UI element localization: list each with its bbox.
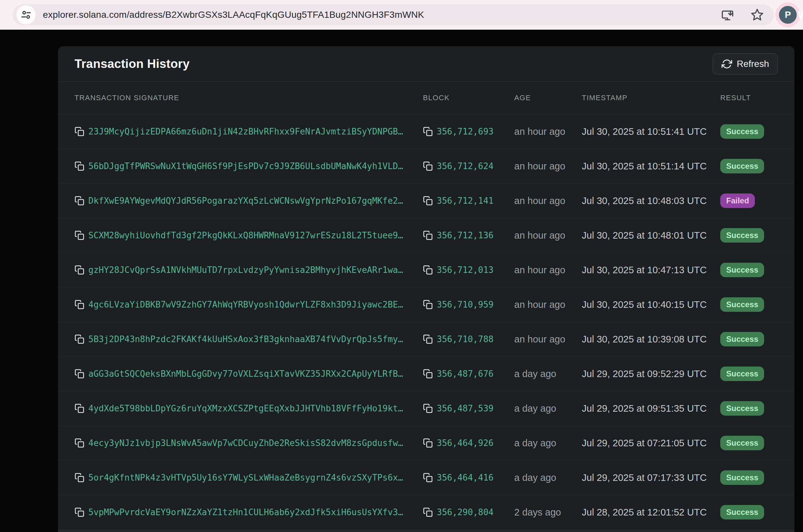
timestamp-text: Jul 30, 2025 at 10:51:14 UTC bbox=[582, 161, 720, 172]
copy-icon bbox=[75, 507, 84, 517]
timestamp-text: Jul 30, 2025 at 10:48:01 UTC bbox=[582, 230, 720, 241]
transaction-signature-link[interactable]: gzHY28JCvQprSsA1NVkhMUuTD7rpxLvdzyPyYwni… bbox=[88, 265, 403, 275]
copy-signature-button[interactable] bbox=[75, 230, 84, 240]
transaction-table-body: 23J9McyQijizEDPA66mz6uDn1jiN42zBHvRFhxx9… bbox=[58, 114, 795, 530]
copy-icon bbox=[75, 161, 84, 171]
copy-icon bbox=[75, 127, 84, 136]
copy-block-button[interactable] bbox=[423, 438, 433, 448]
table-row: 4ecy3yNJz1vbjp3LNsWvA5awVp7wCDCuyZhDe2Re… bbox=[58, 426, 795, 460]
timestamp-text: Jul 29, 2025 at 09:52:29 UTC bbox=[582, 368, 720, 379]
transaction-signature-link[interactable]: 23J9McyQijizEDPA66mz6uDn1jiN42zBHvRFhxx9… bbox=[88, 127, 403, 136]
column-header-age: AGE bbox=[514, 94, 582, 102]
copy-block-button[interactable] bbox=[423, 334, 433, 344]
block-link[interactable]: 356,464,416 bbox=[437, 473, 494, 482]
copy-block-button[interactable] bbox=[423, 265, 433, 275]
copy-signature-button[interactable] bbox=[75, 334, 84, 344]
column-header-signature: TRANSACTION SIGNATURE bbox=[75, 94, 423, 102]
block-link[interactable]: 356,712,693 bbox=[437, 127, 494, 136]
block-link[interactable]: 356,712,013 bbox=[437, 265, 494, 275]
copy-icon bbox=[423, 161, 433, 171]
copy-signature-button[interactable] bbox=[75, 438, 84, 448]
table-row: aGG3aGtSQCQeksBXnMbLGgGDvy77oVXLZsqiXTav… bbox=[58, 357, 795, 391]
age-text: an hour ago bbox=[514, 161, 582, 172]
transaction-signature-link[interactable]: SCXM28wyhiUovhdfTd3gf2PkgQkKLxQ8HWRMnaV9… bbox=[88, 230, 403, 240]
star-icon[interactable] bbox=[750, 8, 764, 22]
status-badge: Success bbox=[720, 436, 764, 451]
copy-block-button[interactable] bbox=[423, 473, 433, 482]
copy-block-button[interactable] bbox=[423, 403, 433, 413]
copy-icon bbox=[75, 403, 84, 413]
copy-icon bbox=[423, 507, 433, 517]
page-title: Transaction History bbox=[75, 57, 190, 71]
copy-block-button[interactable] bbox=[423, 369, 433, 379]
age-text: a day ago bbox=[514, 472, 582, 483]
site-settings-button[interactable] bbox=[17, 5, 36, 24]
status-badge: Success bbox=[720, 470, 764, 485]
table-row: 5or4gKfntNPk4z3vHTVp5Uy16sY7WLySLxWHaaZe… bbox=[58, 460, 795, 495]
transaction-signature-link[interactable]: 4gc6LVzaYiDBKB7wV9ZzhGY7AhWqYRBVyosh1Qdw… bbox=[88, 300, 403, 309]
column-header-result: RESULT bbox=[720, 94, 778, 102]
status-badge: Success bbox=[720, 297, 764, 312]
copy-icon bbox=[423, 403, 433, 413]
copy-signature-button[interactable] bbox=[75, 403, 84, 413]
copy-icon bbox=[75, 438, 84, 448]
profile-button[interactable]: P bbox=[775, 2, 800, 27]
block-link[interactable]: 356,290,804 bbox=[437, 507, 494, 517]
transaction-signature-link[interactable]: 4ydXde5T98bbLDpYGz6ruYqXMzxXCSZPtgEEqXxb… bbox=[88, 403, 403, 413]
block-link[interactable]: 356,464,926 bbox=[437, 438, 494, 448]
block-link[interactable]: 356,712,624 bbox=[437, 161, 494, 171]
transaction-signature-link[interactable]: 5B3j2DP43n8hPzdc2FKAKf4kUuHSxAox3fB3gknh… bbox=[88, 334, 403, 344]
copy-signature-button[interactable] bbox=[75, 265, 84, 275]
copy-icon bbox=[423, 230, 433, 240]
copy-icon bbox=[423, 473, 433, 482]
copy-icon bbox=[75, 230, 84, 240]
copy-icon bbox=[423, 196, 433, 206]
block-link[interactable]: 356,712,136 bbox=[437, 230, 494, 240]
timestamp-text: Jul 29, 2025 at 07:17:33 UTC bbox=[582, 472, 720, 483]
tune-icon bbox=[20, 9, 32, 20]
copy-block-button[interactable] bbox=[423, 161, 433, 171]
status-badge: Success bbox=[720, 505, 764, 520]
refresh-button[interactable]: Refresh bbox=[713, 53, 778, 75]
block-link[interactable]: 356,710,788 bbox=[437, 334, 494, 344]
transaction-history-card: Transaction History Refresh TRANSACTION … bbox=[58, 46, 795, 532]
copy-signature-button[interactable] bbox=[75, 507, 84, 517]
copy-signature-button[interactable] bbox=[75, 161, 84, 171]
profile-name-partial: W bbox=[798, 8, 803, 21]
timestamp-text: Jul 30, 2025 at 10:51:41 UTC bbox=[582, 126, 720, 137]
table-row: 4ydXde5T98bbLDpYGz6ruYqXMzxXCSZPtgEEqXxb… bbox=[58, 391, 795, 426]
block-link[interactable]: 356,710,959 bbox=[437, 300, 494, 309]
copy-signature-button[interactable] bbox=[75, 300, 84, 309]
transaction-signature-link[interactable]: DkfXwE9AYWgevMdQYJdR56PogarazYXq5zLcWCNs… bbox=[88, 196, 403, 206]
copy-block-button[interactable] bbox=[423, 300, 433, 309]
timestamp-text: Jul 30, 2025 at 10:40:15 UTC bbox=[582, 299, 720, 310]
status-badge: Success bbox=[720, 366, 764, 381]
transaction-signature-link[interactable]: 56bDJggTfPWRSwNuX1tWqGH6Sf9PjEsPDv7c9J9Z… bbox=[88, 161, 403, 171]
transaction-signature-link[interactable]: 4ecy3yNJz1vbjp3LNsWvA5awVp7wCDCuyZhDe2Re… bbox=[88, 438, 403, 448]
block-link[interactable]: 356,712,141 bbox=[437, 196, 494, 206]
copy-block-button[interactable] bbox=[423, 196, 433, 206]
copy-signature-button[interactable] bbox=[75, 127, 84, 136]
copy-icon bbox=[423, 438, 433, 448]
transaction-signature-link[interactable]: aGG3aGtSQCQeksBXnMbLGgGDvy77oVXLZsqiXTav… bbox=[88, 369, 403, 379]
install-page-icon[interactable] bbox=[721, 8, 734, 22]
status-badge: Success bbox=[720, 124, 764, 139]
table-row: SCXM28wyhiUovhdfTd3gf2PkgQkKLxQ8HWRMnaV9… bbox=[58, 218, 795, 253]
address-bar[interactable]: explorer.solana.com/address/B2XwbrGSXs3L… bbox=[13, 4, 774, 25]
table-row: 23J9McyQijizEDPA66mz6uDn1jiN42zBHvRFhxx9… bbox=[58, 114, 795, 149]
transaction-signature-link[interactable]: 5vpMPwPvrdcVaEY9orNZzXaYZ1tzHn1CULH6ab6y… bbox=[88, 507, 403, 517]
age-text: a day ago bbox=[514, 368, 582, 379]
copy-block-button[interactable] bbox=[423, 230, 433, 240]
age-text: an hour ago bbox=[514, 334, 582, 345]
block-link[interactable]: 356,487,539 bbox=[437, 403, 494, 413]
copy-icon bbox=[423, 334, 433, 344]
copy-signature-button[interactable] bbox=[75, 473, 84, 482]
transaction-signature-link[interactable]: 5or4gKfntNPk4z3vHTVp5Uy16sY7WLySLxWHaaZe… bbox=[88, 473, 403, 482]
copy-block-button[interactable] bbox=[423, 127, 433, 136]
copy-signature-button[interactable] bbox=[75, 369, 84, 379]
copy-block-button[interactable] bbox=[423, 507, 433, 517]
status-badge: Success bbox=[720, 228, 764, 243]
copy-signature-button[interactable] bbox=[75, 196, 84, 206]
block-link[interactable]: 356,487,676 bbox=[437, 369, 494, 379]
copy-icon bbox=[75, 196, 84, 206]
